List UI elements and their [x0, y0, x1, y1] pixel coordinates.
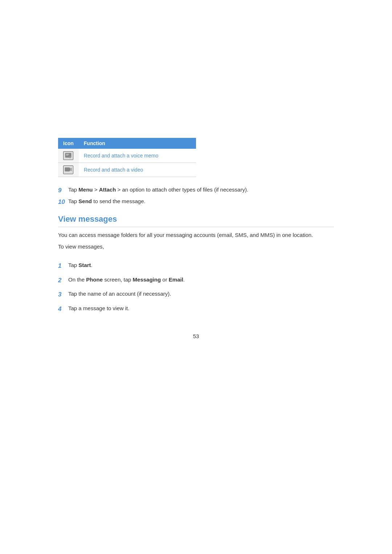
view-steps-container: 1 Tap Start. 2 On the Phone screen, tap … [58, 261, 334, 319]
video-function: Record and attach a video [79, 163, 196, 177]
view-step-1-text: Tap Start. [68, 261, 93, 270]
view-step-number-3: 3 [58, 290, 68, 299]
step-9: 9 Tap Menu > Attach > an option to attac… [58, 186, 334, 195]
video-icon-cell [58, 163, 79, 177]
voice-memo-function: Record and attach a voice memo [79, 149, 196, 163]
voice-memo-icon-cell [58, 149, 79, 163]
table-header-icon: Icon [58, 138, 79, 149]
view-step-4-text: Tap a message to view it. [68, 304, 129, 313]
page-number: 53 [58, 333, 334, 339]
top-spacer [58, 22, 334, 138]
view-step-4: 4 Tap a message to view it. [58, 304, 334, 314]
step-number-10: 10 [58, 197, 68, 207]
icon-function-table: Icon Function Record and attach a [58, 138, 196, 177]
video-record-icon [63, 165, 73, 174]
section-intro: To view messages, [58, 242, 334, 251]
step-10: 10 Tap Send to send the message. [58, 197, 334, 207]
page-container: Icon Function Record and attach a [0, 0, 392, 554]
table-row: Record and attach a voice memo [58, 149, 196, 163]
view-step-1: 1 Tap Start. [58, 261, 334, 271]
view-step-3-text: Tap the name of an account (if necessary… [68, 290, 171, 298]
step-9-text: Tap Menu > Attach > an option to attach … [68, 186, 248, 194]
view-step-number-2: 2 [58, 276, 68, 285]
voice-memo-icon [63, 151, 73, 160]
table-header-function: Function [79, 138, 196, 149]
svg-point-3 [69, 156, 71, 158]
view-step-number-1: 1 [58, 261, 68, 271]
view-step-2-text: On the Phone screen, tap Messaging or Em… [68, 276, 185, 284]
svg-rect-1 [66, 154, 69, 155]
section-description: You can access message folders for all y… [58, 231, 334, 239]
step-10-text: Tap Send to send the message. [68, 197, 146, 206]
svg-rect-2 [66, 155, 68, 156]
svg-rect-4 [65, 168, 70, 171]
view-step-3: 3 Tap the name of an account (if necessa… [58, 290, 334, 299]
svg-marker-5 [70, 168, 72, 171]
view-step-2: 2 On the Phone screen, tap Messaging or … [58, 276, 334, 285]
section-title: View messages [58, 214, 334, 227]
table-row: Record and attach a video [58, 163, 196, 177]
view-step-number-4: 4 [58, 304, 68, 314]
step-number-9: 9 [58, 186, 68, 195]
